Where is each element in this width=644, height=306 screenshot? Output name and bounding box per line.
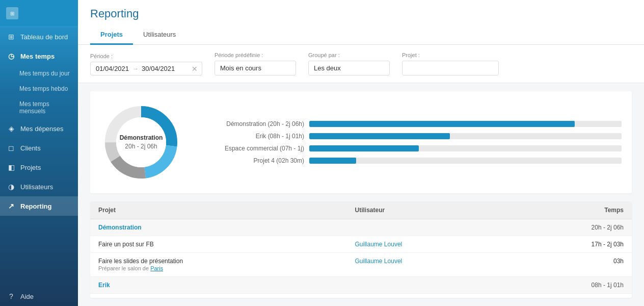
tab-bar: Projets Utilisateurs <box>90 26 632 44</box>
svg-point-5 <box>116 117 166 167</box>
table-body: Démonstration20h - 2j 06hFaire un post s… <box>90 219 632 298</box>
page-header: Reporting Projets Utilisateurs <box>78 0 644 45</box>
bar-row: Espace commercial (07h - 1j) <box>202 145 622 152</box>
filter-predefined: Période prédéfinie : Mois en cours <box>214 52 296 75</box>
data-table: Projet Utilisateur Temps Démonstration20… <box>90 201 632 298</box>
clear-date-button[interactable]: ✕ <box>192 65 198 73</box>
sidebar-item-tableau-de-bord[interactable]: ⊞ Tableau de bord <box>0 27 78 46</box>
sidebar-item-aide[interactable]: ? Aide <box>0 287 78 306</box>
bar-chart: Démonstration (20h - 2j 06h)Erik (08h - … <box>202 120 622 164</box>
sidebar-item-mes-depenses[interactable]: ◈ Mes dépenses <box>0 119 78 138</box>
date-range-input[interactable]: 01/04/2021 → 30/04/2021 ✕ <box>90 62 202 75</box>
group-project-link[interactable]: Démonstration <box>98 224 142 231</box>
predefined-select[interactable]: Mois en cours <box>214 61 296 75</box>
bar-fill <box>309 133 450 139</box>
sidebar-item-mes-temps-mensuels[interactable]: Mes temps mensuels <box>0 96 78 119</box>
col-projet: Projet <box>90 201 347 219</box>
filter-periode: Période : 01/04/2021 → 30/04/2021 ✕ <box>90 53 202 75</box>
table-row: ErikGuillaume Louvel08h - 1j 01h <box>90 294 632 298</box>
sidebar-item-mes-temps[interactable]: ◷ Mes temps <box>0 46 78 66</box>
col-utilisateur: Utilisateur <box>347 201 508 219</box>
user-link[interactable]: Guillaume Louvel <box>355 258 403 265</box>
projet-label: Projet : <box>402 52 499 58</box>
depenses-icon: ◈ <box>7 124 15 133</box>
task-time-cell: 08h - 1j 01h <box>508 294 632 298</box>
reporting-icon: ↗ <box>7 202 15 210</box>
group-time-cell: 20h - 2j 06h <box>508 219 632 236</box>
sidebar-item-clients[interactable]: ◻ Clients <box>0 138 78 158</box>
sidebar-item-label: Utilisateurs <box>20 183 53 191</box>
user-link[interactable]: Guillaume Louvel <box>355 241 403 248</box>
sidebar-subitem-label: Mes temps mensuels <box>19 100 71 115</box>
sidebar-item-label: Mes temps <box>20 53 55 60</box>
logo-icon: ⊞ <box>6 7 18 19</box>
sidebar-item-label: Clients <box>20 144 41 152</box>
group-user-cell <box>347 277 508 294</box>
bar-label: Démonstration (20h - 2j 06h) <box>202 120 304 128</box>
group-time-cell: 08h - 1j 01h <box>508 277 632 294</box>
sidebar-logo: ⊞ <box>0 0 78 27</box>
table-row: Démonstration20h - 2j 06h <box>90 219 632 236</box>
task-project-cell: Faire un post sur FB <box>90 236 347 253</box>
bar-fill <box>309 121 575 127</box>
page-title: Reporting <box>90 7 632 20</box>
clients-icon: ◻ <box>7 144 15 152</box>
date-start: 01/04/2021 <box>96 65 129 72</box>
sidebar-item-mes-temps-hebdo[interactable]: Mes temps hebdo <box>0 81 78 96</box>
bar-label: Espace commercial (07h - 1j) <box>202 145 304 152</box>
sidebar-subitem-label: Mes temps du jour <box>19 70 70 77</box>
predefined-label: Période prédéfinie : <box>214 52 296 58</box>
sidebar-item-label: Tableau de bord <box>20 33 68 41</box>
bar-fill <box>309 158 356 164</box>
projet-input[interactable] <box>402 61 499 75</box>
projets-icon: ◧ <box>7 163 15 171</box>
bar-row: Erik (08h - 1j 01h) <box>202 133 622 140</box>
bar-label: Erik (08h - 1j 01h) <box>202 133 304 140</box>
sidebar-item-label: Reporting <box>20 202 51 210</box>
group-project-link[interactable]: Erik <box>98 282 110 289</box>
arrow-icon: → <box>132 65 139 72</box>
bar-label: Projet 4 (02h 30m) <box>202 157 304 164</box>
groupe-label: Groupé par : <box>308 52 390 58</box>
sidebar: ⊞ ⊞ Tableau de bord ◷ Mes temps Mes temp… <box>0 0 78 306</box>
table-row: Erik08h - 1j 01h <box>90 277 632 294</box>
group-project-cell: Démonstration <box>90 219 347 236</box>
task-project-cell: Erik <box>90 294 347 298</box>
bar-track <box>309 145 622 151</box>
periode-label: Période : <box>90 53 202 59</box>
time-icon: ◷ <box>7 52 15 60</box>
task-name: Faire les slides de présentation <box>98 258 183 265</box>
sidebar-item-label: Aide <box>20 293 34 300</box>
chart-area: Démonstration 20h - 2j 06h Démonstration… <box>90 91 632 193</box>
main-content: Reporting Projets Utilisateurs Période :… <box>78 0 644 306</box>
task-sub-user-cell: Guillaume Louvel <box>347 253 508 277</box>
sidebar-item-projets[interactable]: ◧ Projets <box>0 158 78 177</box>
bar-track <box>309 121 622 127</box>
tab-projets[interactable]: Projets <box>90 26 133 45</box>
sidebar-item-label: Projets <box>20 164 41 171</box>
task-sub-time-cell: 03h <box>508 253 632 277</box>
bar-row: Démonstration (20h - 2j 06h) <box>202 120 622 128</box>
subtask-link[interactable]: Paris <box>150 265 163 271</box>
group-project-cell: Erik <box>90 277 347 294</box>
utilisateurs-icon: ◑ <box>7 183 15 191</box>
sidebar-item-label: Mes dépenses <box>20 125 64 133</box>
reporting-table: Projet Utilisateur Temps Démonstration20… <box>90 201 632 298</box>
task-user-cell: Guillaume Louvel <box>347 236 508 253</box>
task-user-cell: Guillaume Louvel <box>347 294 508 298</box>
sidebar-item-mes-temps-jour[interactable]: Mes temps du jour <box>0 66 78 81</box>
sidebar-item-utilisateurs[interactable]: ◑ Utilisateurs <box>0 177 78 196</box>
dashboard-icon: ⊞ <box>7 33 15 41</box>
tab-utilisateurs[interactable]: Utilisateurs <box>133 26 186 45</box>
filter-projet: Projet : <box>402 52 499 75</box>
col-temps: Temps <box>508 201 632 219</box>
table-row: Faire les slides de présentationPréparer… <box>90 253 632 277</box>
task-sub-project-cell: Faire les slides de présentationPréparer… <box>90 253 347 277</box>
group-user-cell <box>347 219 508 236</box>
table-header: Projet Utilisateur Temps <box>90 201 632 219</box>
subtask-label: Préparer le salon de Paris <box>98 265 163 271</box>
task-time-cell: 17h - 2j 03h <box>508 236 632 253</box>
sidebar-item-reporting[interactable]: ↗ Reporting <box>0 196 78 216</box>
groupe-select[interactable]: Les deux <box>308 61 390 75</box>
filter-groupe: Groupé par : Les deux <box>308 52 390 75</box>
